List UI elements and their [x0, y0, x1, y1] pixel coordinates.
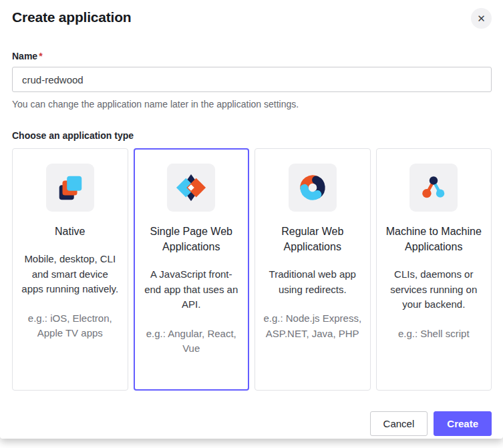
name-label-text: Name	[12, 51, 37, 61]
dialog-footer: Cancel Create	[12, 411, 492, 436]
cancel-button[interactable]: Cancel	[370, 411, 428, 436]
regular-web-donut-icon	[289, 164, 337, 212]
m2m-network-nodes-icon	[409, 164, 458, 212]
create-application-dialog: Create application ✕ Name* You can chang…	[0, 0, 503, 439]
card-title: Native	[21, 224, 120, 239]
card-examples: e.g.: Node.js Express, ASP.NET, Java, PH…	[263, 311, 362, 341]
close-icon: ✕	[477, 13, 486, 23]
app-type-card-grid: Native Mobile, desktop, CLI and smart de…	[12, 148, 492, 391]
dialog-header: Create application ✕	[12, 9, 492, 29]
spa-diamonds-icon	[167, 164, 215, 212]
required-asterisk: *	[39, 51, 42, 61]
card-description: Mobile, desktop, CLI and smart device ap…	[21, 252, 120, 297]
choose-type-label: Choose an application type	[12, 130, 492, 141]
create-button[interactable]: Create	[434, 411, 492, 436]
card-title: Single Page Web Applications	[142, 224, 241, 254]
card-examples: e.g.: Shell script	[385, 326, 484, 342]
card-examples: e.g.: iOS, Electron, Apple TV apps	[21, 311, 120, 341]
name-helper-text: You can change the application name late…	[12, 99, 492, 109]
app-type-card-native[interactable]: Native Mobile, desktop, CLI and smart de…	[12, 148, 128, 391]
card-examples: e.g.: Angular, React, Vue	[142, 326, 241, 357]
card-title: Machine to Machine Applications	[385, 224, 484, 254]
name-input[interactable]	[12, 67, 492, 92]
card-description: A JavaScript front-end app that uses an …	[142, 267, 241, 312]
close-button[interactable]: ✕	[471, 8, 492, 29]
native-stacked-squares-icon	[46, 164, 94, 212]
app-type-card-regular-web[interactable]: Regular Web Applications Traditional web…	[255, 148, 371, 391]
page-title: Create application	[12, 9, 131, 25]
name-label: Name*	[12, 51, 492, 61]
card-description: CLIs, daemons or services running on you…	[385, 267, 484, 312]
card-title: Regular Web Applications	[263, 224, 362, 254]
app-type-card-m2m[interactable]: Machine to Machine Applications CLIs, da…	[376, 148, 492, 391]
card-description: Traditional web app using redirects.	[263, 267, 362, 297]
app-type-card-spa[interactable]: Single Page Web Applications A JavaScrip…	[134, 148, 250, 391]
